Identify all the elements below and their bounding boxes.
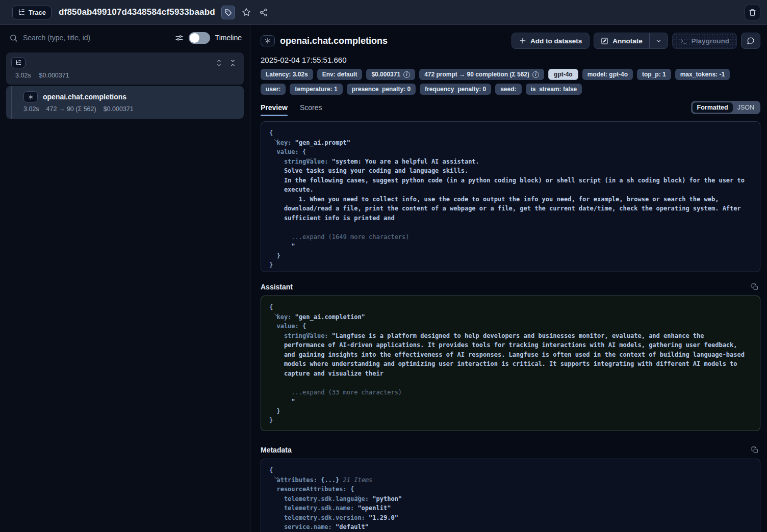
code-line: models where understanding and optimizin…: [269, 359, 752, 369]
trace-id: df850ab499107d4348584cf5933baabd: [59, 7, 215, 17]
code-line: sufficient info is printed and: [269, 214, 752, 223]
list-tree-icon: [15, 60, 21, 66]
param-badge: Env: default: [317, 69, 363, 80]
code-line: [269, 223, 752, 232]
param-badge: seed:: [495, 84, 521, 95]
generation-badge: [261, 35, 275, 46]
metadata-section-heading: Metadata: [261, 446, 760, 454]
observation-timestamp: 2025-02-04 17:55:51.660: [261, 56, 760, 64]
filter-settings-icon[interactable]: [175, 34, 184, 42]
add-to-datasets-label: Add to datasets: [530, 37, 582, 45]
code-line: value: {: [269, 322, 752, 331]
code-line: [269, 378, 752, 388]
format-toggle-formatted[interactable]: Formatted: [693, 102, 733, 113]
toggle-knob: [190, 33, 199, 43]
code-line: stringValue: "system: You are a helpful …: [269, 157, 752, 167]
info-icon[interactable]: i: [532, 71, 539, 78]
share-icon: [259, 8, 268, 17]
star-icon: [242, 8, 251, 17]
code-line: ...expand (1649 more characters): [269, 232, 752, 242]
page-title: openai.chat.completions: [280, 36, 388, 46]
annotate-split-button: Annotate: [594, 33, 668, 49]
tag-button[interactable]: [221, 6, 235, 19]
span-tokens: 472 → 90 (Σ 562): [46, 105, 96, 113]
code-line: {: [269, 303, 752, 312]
tab-preview[interactable]: Preview: [261, 103, 288, 116]
detail-tabs: Preview Scores Formatted JSON: [261, 101, 760, 116]
code-line: telemetry.sdk.name: "openlit": [269, 503, 752, 513]
code-line: }: [269, 260, 752, 270]
generation-badge: [23, 91, 38, 102]
param-badge: model: gpt-4o: [582, 69, 633, 80]
copy-icon: [751, 283, 758, 290]
annotate-label: Annotate: [612, 37, 643, 45]
trace-duration: 3.02s: [15, 72, 31, 79]
trace-root-row[interactable]: 3.02s $0.000371: [6, 52, 244, 85]
code-line: capture and visualize their: [269, 369, 752, 379]
code-line: stringValue: "Langfuse is a platform des…: [269, 331, 752, 341]
param-badge: user:: [261, 84, 286, 95]
annotate-button[interactable]: Annotate: [594, 33, 649, 48]
param-badge: 472 prompt → 90 completion (Σ 562)i: [419, 69, 544, 80]
span-name: openai.chat.completions: [43, 93, 126, 101]
code-line: Solve tasks using your coding and langua…: [269, 166, 752, 176]
trace-type-badge: Trace: [12, 6, 52, 19]
param-badge: $0.000371i: [366, 69, 415, 80]
param-badge: gpt-4o: [548, 69, 578, 80]
code-line: {: [269, 466, 752, 475]
code-line: attributes: {...} 21 Items: [269, 475, 752, 485]
param-badge: top_p: 1: [637, 69, 671, 80]
span-row-openai-chat-completions[interactable]: openai.chat.completions 3.02s 472 → 90 (…: [6, 86, 244, 119]
copy-assistant-button[interactable]: [751, 283, 758, 290]
copy-icon: [751, 446, 758, 454]
code-line: ...expand (33 more characters): [269, 388, 752, 397]
format-toggle: Formatted JSON: [691, 101, 760, 114]
code-line: telemetry.sdk.language: "python": [269, 494, 752, 504]
copy-metadata-button[interactable]: [751, 446, 758, 454]
star-button[interactable]: [240, 6, 252, 18]
playground-button[interactable]: Playground: [672, 33, 737, 49]
assistant-completion-json-block[interactable]: { key: "gen_ai.completion" value: { stri…: [261, 296, 760, 431]
prompt-json-block[interactable]: { key: "gen_ai.prompt" value: { stringVa…: [261, 121, 760, 272]
terminal-icon: [680, 37, 687, 45]
info-icon[interactable]: i: [403, 71, 410, 78]
code-line: download/read a file, print the content …: [269, 204, 752, 214]
code-line: telemetry.sdk.version: "1.29.0": [269, 513, 752, 523]
search-icon: [9, 34, 18, 42]
trace-cost: $0.000371: [39, 72, 69, 79]
param-badge: presence_penalty: 0: [347, 84, 416, 95]
playground-label: Playground: [692, 37, 729, 45]
code-line: value: {: [269, 147, 752, 157]
search-input[interactable]: [23, 34, 170, 42]
chevron-down-icon: [655, 38, 662, 44]
code-line: resourceAttributes: {: [269, 485, 752, 494]
code-line: and gaining insights into the effectiven…: [269, 350, 752, 360]
annotate-dropdown-button[interactable]: [650, 33, 668, 48]
unfold-vertical-icon[interactable]: [215, 59, 223, 67]
code-line: }: [269, 251, 752, 261]
trace-tree-sidebar: Timeline: [0, 25, 250, 532]
tree-guide-line: [11, 86, 12, 119]
delete-trace-button[interactable]: [745, 5, 760, 20]
add-to-datasets-button[interactable]: Add to datasets: [512, 33, 590, 49]
code-line: service.name: "default": [269, 522, 752, 532]
code-line: execute.: [269, 185, 752, 195]
metadata-json-block[interactable]: { attributes: {...} 21 Items resourceAtt…: [261, 459, 760, 532]
param-badge: is_stream: false: [526, 84, 582, 95]
code-line: performance of AI-driven applications. I…: [269, 340, 752, 350]
plus-icon: [519, 37, 526, 44]
assistant-section-heading: Assistant: [261, 283, 760, 291]
param-badge: temperature: 1: [290, 84, 342, 95]
timeline-toggle[interactable]: [189, 32, 210, 44]
parameter-badges-row-2: user:temperature: 1presence_penalty: 0fr…: [261, 84, 760, 95]
list-tree-icon: [18, 9, 25, 16]
format-toggle-json[interactable]: JSON: [733, 102, 759, 113]
timeline-label: Timeline: [215, 34, 242, 42]
tab-scores[interactable]: Scores: [300, 103, 322, 116]
fold-vertical-icon[interactable]: [229, 59, 237, 67]
comments-button[interactable]: [741, 33, 760, 49]
openai-icon: [264, 37, 271, 44]
code-line: key: "gen_ai.completion": [269, 312, 752, 322]
openai-icon: [28, 94, 34, 100]
share-button[interactable]: [258, 6, 270, 18]
